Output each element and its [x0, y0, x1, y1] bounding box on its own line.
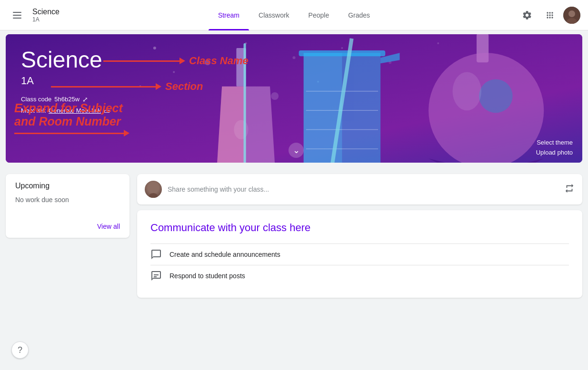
class-banner: Science 1A Class code 5h6b25w ⤢ Meet lin…: [6, 34, 582, 163]
respond-icon: [150, 270, 162, 282]
svg-point-29: [453, 72, 482, 110]
share-placeholder[interactable]: Share something with your class...: [168, 185, 558, 193]
banner-class-name: Science: [21, 48, 110, 73]
upload-photo-btn[interactable]: Upload photo: [534, 148, 575, 157]
annotation-class-name-text: Class Name: [189, 55, 249, 67]
upcoming-card: Upcoming No work due soon View all: [6, 174, 130, 238]
communicate-item-respond: Respond to student posts: [150, 265, 569, 286]
announce-text: Create and schedule announcements: [169, 251, 280, 258]
communicate-card: Communicate with your class here Create …: [137, 210, 582, 298]
svg-point-8: [173, 71, 175, 73]
header-actions: [504, 6, 580, 25]
annotation-expand-text: Expand for Subjectand Room Number: [14, 102, 130, 128]
upcoming-title: Upcoming: [15, 182, 120, 190]
banner-expand-chevron[interactable]: ⌄: [289, 143, 304, 158]
svg-point-11: [292, 56, 295, 59]
tab-stream[interactable]: Stream: [209, 0, 249, 30]
select-theme-btn[interactable]: Select theme: [535, 138, 575, 147]
view-all-link[interactable]: View all: [15, 223, 120, 230]
banner-options: Select theme Upload photo: [534, 138, 575, 157]
share-box: Share something with your class...: [137, 174, 582, 204]
class-title-block: Science 1A: [32, 7, 60, 23]
stream-area: Share something with your class... Commu…: [137, 174, 582, 298]
header-left: Science 1A: [8, 6, 84, 25]
svg-rect-0: [13, 12, 21, 13]
announce-icon: [150, 249, 162, 260]
annotation-expand-block: Expand for Subjectand Room Number: [14, 102, 130, 136]
class-title: Science: [32, 7, 60, 16]
annotation-class-name-arrow: Class Name: [103, 55, 249, 67]
sidebar: Upcoming No work due soon View all: [6, 174, 130, 238]
svg-point-4: [568, 10, 575, 17]
class-subtitle: 1A: [32, 16, 60, 23]
apps-icon[interactable]: [540, 6, 559, 25]
tab-grades[interactable]: Grades: [339, 0, 379, 30]
svg-point-13: [341, 47, 343, 49]
svg-rect-2: [13, 18, 21, 19]
header: Science 1A Stream Classwork People Grade…: [0, 0, 588, 30]
main-nav: Stream Classwork People Grades: [84, 0, 504, 30]
annotation-section-text: Section: [165, 81, 203, 92]
svg-rect-1: [13, 15, 21, 16]
main-content: Upcoming No work due soon View all Share…: [0, 166, 588, 305]
no-work-text: No work due soon: [15, 196, 120, 204]
respond-text: Respond to student posts: [169, 272, 245, 280]
menu-icon[interactable]: [8, 6, 27, 25]
share-user-avatar: [145, 181, 162, 198]
svg-point-7: [153, 47, 156, 49]
tab-classwork[interactable]: Classwork: [249, 0, 299, 30]
tab-people[interactable]: People: [299, 0, 339, 30]
communicate-item-announce: Create and schedule announcements: [150, 243, 569, 265]
settings-icon[interactable]: [518, 6, 537, 25]
user-avatar[interactable]: [563, 7, 580, 24]
svg-point-31: [271, 92, 279, 100]
communicate-title: Communicate with your class here: [150, 222, 569, 234]
svg-rect-23: [299, 50, 386, 56]
annotation-expand-arrow: [14, 130, 130, 136]
svg-point-15: [437, 42, 439, 44]
svg-point-17: [234, 120, 248, 139]
annotation-section-arrow: Section: [51, 81, 203, 92]
repost-icon[interactable]: [564, 183, 575, 196]
svg-point-28: [479, 79, 513, 113]
